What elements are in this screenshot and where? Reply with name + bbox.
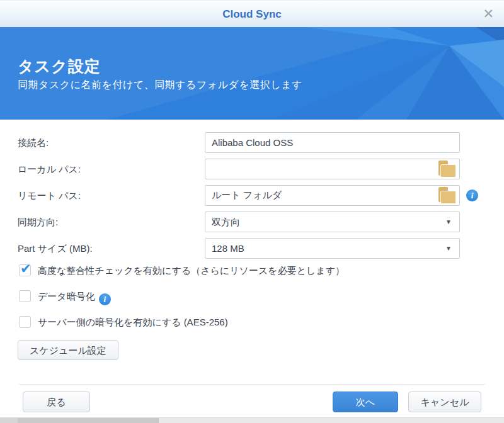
checkbox-row-integrity: ✔ 高度な整合性チェックを有効にする（さらにリソースを必要とします） xyxy=(0,264,504,278)
row-sync-direction: 同期方向: 双方向 ▼ xyxy=(0,212,504,232)
row-part-size: Part サイズ (MB): 128 MB ▼ xyxy=(0,238,504,259)
cloud-sync-dialog: Cloud Sync ✕ タスク設定 同期タスクに名前を付けて、同期するフォルダ… xyxy=(0,0,504,423)
row-connection-name: 接続名: xyxy=(0,132,504,153)
page-title: タスク設定 xyxy=(18,56,101,77)
local-path-label: ローカル パス: xyxy=(18,159,194,179)
check-icon: ✔ xyxy=(20,261,32,276)
row-remote-path: リモート パス: i xyxy=(0,185,504,206)
remote-path-browse-button[interactable] xyxy=(437,186,458,205)
connection-name-label: 接続名: xyxy=(18,132,194,153)
checkbox-row-server-encryption: サーバー側の暗号化を有効にする (AES-256) xyxy=(0,315,504,329)
checkbox-row-encryption: データ暗号化i xyxy=(0,290,504,303)
remote-path-field-wrap xyxy=(205,185,460,206)
back-button[interactable]: 戻る xyxy=(23,392,90,412)
sync-direction-value: 双方向 xyxy=(212,212,240,232)
part-size-label: Part サイズ (MB): xyxy=(18,238,194,259)
chevron-down-icon: ▼ xyxy=(445,212,452,232)
data-encryption-label: データ暗号化i xyxy=(38,290,111,305)
window-title: Cloud Sync xyxy=(0,1,504,28)
local-path-browse-button[interactable] xyxy=(437,160,458,178)
part-size-select[interactable]: 128 MB ▼ xyxy=(205,238,460,259)
row-local-path: ローカル パス: xyxy=(0,159,504,179)
close-icon[interactable]: ✕ xyxy=(483,1,494,26)
local-path-input[interactable] xyxy=(205,159,459,179)
integrity-checkbox-label: 高度な整合性チェックを有効にする（さらにリソースを必要とします） xyxy=(38,264,345,278)
server-encryption-checkbox[interactable] xyxy=(19,316,31,328)
footer-divider xyxy=(19,384,485,385)
next-button[interactable]: 次へ xyxy=(333,392,398,412)
part-size-value: 128 MB xyxy=(212,239,244,258)
data-encryption-info-icon[interactable]: i xyxy=(99,293,111,305)
sync-direction-label: 同期方向: xyxy=(18,212,194,232)
remote-path-input[interactable] xyxy=(205,186,459,205)
remote-path-label: リモート パス: xyxy=(18,185,194,206)
schedule-settings-button[interactable]: スケジュール設定 xyxy=(18,340,118,360)
data-encryption-checkbox[interactable] xyxy=(19,290,31,302)
connection-name-input[interactable] xyxy=(205,133,459,152)
remote-path-info-icon[interactable]: i xyxy=(466,189,478,201)
background-window-strip xyxy=(0,417,504,423)
integrity-checkbox[interactable]: ✔ xyxy=(19,264,31,276)
sync-direction-select[interactable]: 双方向 ▼ xyxy=(205,212,460,232)
server-encryption-label: サーバー側の暗号化を有効にする (AES-256) xyxy=(38,315,228,329)
page-subtitle: 同期タスクに名前を付けて、同期するフォルダを選択します xyxy=(18,79,302,92)
connection-name-field-wrap xyxy=(205,132,460,153)
titlebar: Cloud Sync ✕ xyxy=(0,0,504,27)
chevron-down-icon: ▼ xyxy=(445,239,452,258)
cancel-button[interactable]: キャンセル xyxy=(408,392,481,412)
banner: タスク設定 同期タスクに名前を付けて、同期するフォルダを選択します xyxy=(0,27,504,120)
local-path-field-wrap xyxy=(205,159,460,179)
